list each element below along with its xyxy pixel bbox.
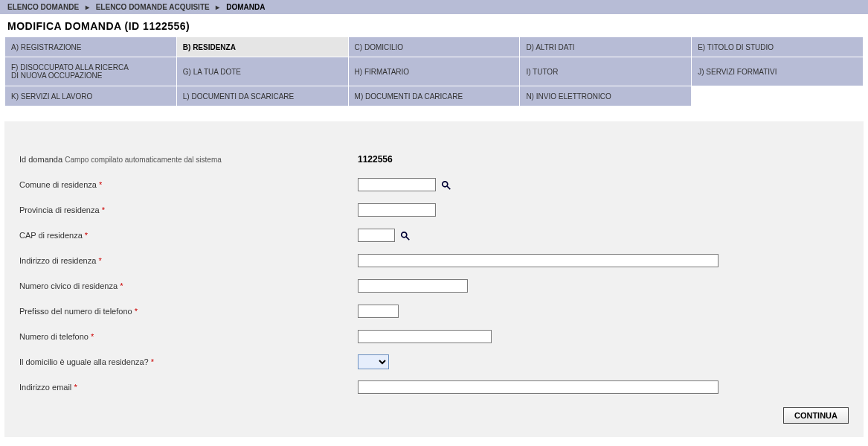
label-id-domanda: Id domanda Campo compilato automaticamen…	[19, 155, 358, 164]
svg-line-3	[406, 237, 409, 240]
page-title: MODIFICA DOMANDA (ID 1122556)	[0, 14, 868, 36]
tab-altri-dati[interactable]: D) ALTRI DATI	[520, 37, 691, 57]
input-telefono[interactable]	[358, 330, 492, 343]
label-email: Indirizzo email *	[19, 383, 358, 392]
select-domicilio-uguale[interactable]	[358, 354, 389, 369]
label-telefono: Numero di telefono *	[19, 332, 358, 341]
label-cap: CAP di residenza *	[19, 231, 358, 240]
label-prefisso: Prefisso del numero di telefono *	[19, 307, 358, 316]
input-email[interactable]	[358, 380, 718, 394]
input-cap[interactable]	[358, 229, 395, 242]
input-prefisso[interactable]	[358, 305, 399, 318]
breadcrumb-elenco-domande-acquisite[interactable]: ELENCO DOMANDE ACQUISITE	[96, 3, 210, 11]
input-comune[interactable]	[358, 178, 436, 191]
tab-tua-dote[interactable]: G) LA TUA DOTE	[177, 57, 348, 86]
breadcrumb-sep: ▸	[216, 3, 219, 11]
form-residenza: Id domanda Campo compilato automaticamen…	[4, 121, 864, 437]
tab-empty	[692, 86, 863, 106]
tab-documenti-caricare[interactable]: M) DOCUMENTI DA CARICARE	[349, 86, 520, 106]
breadcrumb: ELENCO DOMANDE ▸ ELENCO DOMANDE ACQUISIT…	[0, 0, 868, 14]
tab-servizi-formativi[interactable]: J) SERVIZI FORMATIVI	[692, 57, 863, 86]
svg-line-1	[447, 186, 450, 189]
tab-invio-elettronico[interactable]: N) INVIO ELETTRONICO	[520, 86, 691, 106]
tab-documenti-scaricare[interactable]: L) DOCUMENTI DA SCARICARE	[177, 86, 348, 106]
tab-disoccupato[interactable]: F) DISOCCUPATO ALLA RICERCA DI NUOVA OCC…	[5, 57, 176, 86]
label-domicilio-uguale: Il domicilio è uguale alla residenza? *	[19, 357, 358, 366]
tab-domicilio[interactable]: C) DOMICILIO	[349, 37, 520, 57]
search-icon[interactable]	[441, 180, 451, 191]
tab-residenza[interactable]: B) RESIDENZA	[177, 37, 348, 57]
svg-point-0	[443, 182, 448, 187]
tab-registrazione[interactable]: A) REGISTRAZIONE	[5, 37, 176, 57]
svg-point-2	[402, 232, 407, 238]
breadcrumb-elenco-domande[interactable]: ELENCO DOMANDE	[7, 3, 79, 11]
search-icon[interactable]	[400, 231, 411, 241]
tab-servizi-lavoro[interactable]: K) SERVIZI AL LAVORO	[5, 86, 176, 106]
input-provincia[interactable]	[358, 203, 436, 217]
tab-grid: A) REGISTRAZIONE B) RESIDENZA C) DOMICIL…	[4, 36, 864, 106]
breadcrumb-sep: ▸	[86, 3, 89, 11]
label-indirizzo: Indirizzo di residenza *	[19, 256, 358, 265]
tab-tutor[interactable]: I) TUTOR	[520, 57, 691, 86]
value-id-domanda: 1122556	[358, 154, 393, 165]
input-numero-civico[interactable]	[358, 279, 468, 293]
label-numero-civico: Numero civico di residenza *	[19, 281, 358, 290]
tab-firmatario[interactable]: H) FIRMATARIO	[349, 57, 520, 86]
input-indirizzo[interactable]	[358, 254, 718, 267]
label-provincia: Provincia di residenza *	[19, 206, 358, 214]
continua-button[interactable]: CONTINUA	[783, 407, 849, 424]
breadcrumb-current: DOMANDA	[226, 3, 265, 11]
tab-titolo-studio[interactable]: E) TITOLO DI STUDIO	[692, 37, 863, 57]
label-comune: Comune di residenza *	[19, 180, 358, 189]
